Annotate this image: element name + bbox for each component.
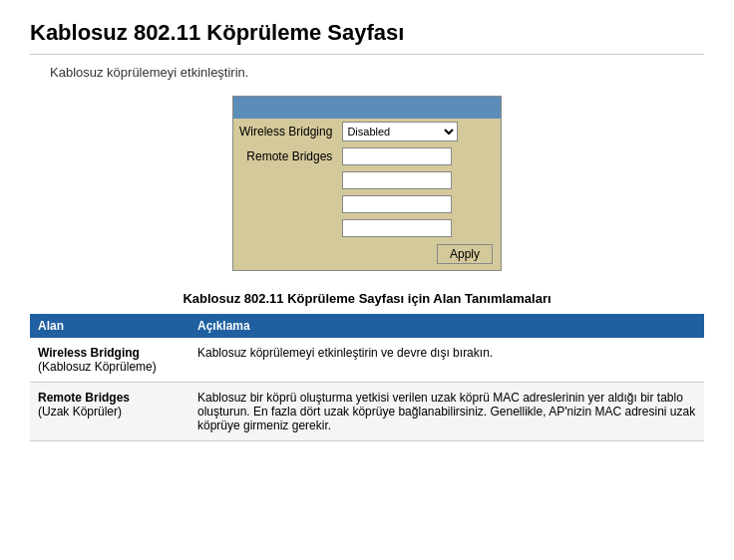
bridging-form: Wireless Bridging Disabled Enabled Remot… (232, 96, 502, 271)
wireless-bridging-row: Wireless Bridging Disabled Enabled (233, 119, 501, 144)
wireless-bridging-cell: Disabled Enabled (338, 119, 501, 144)
definitions-title: Kablosuz 802.11 Köprüleme Sayfası için A… (30, 291, 704, 306)
remote-bridges-row-4 (233, 216, 501, 240)
wireless-bridging-select[interactable]: Disabled Enabled (342, 122, 458, 141)
col-field: Alan (30, 314, 189, 338)
remote-bridge-input-cell-1 (338, 144, 501, 168)
remote-bridges-row-2 (233, 168, 501, 192)
field-description-1: Kablosuz bir köprü oluşturma yetkisi ver… (189, 383, 704, 441)
remote-bridges-label: Remote Bridges (233, 144, 338, 168)
field-name-1: Remote Bridges(Uzak Köprüler) (30, 383, 189, 441)
remote-bridge-input-2[interactable] (342, 171, 452, 189)
field-description-0: Kablosuz köprülemeyi etkinleştirin ve de… (189, 338, 704, 383)
remote-bridges-label-empty-4 (233, 216, 338, 240)
page-subtitle: Kablosuz köprülemeyi etkinleştirin. (50, 65, 704, 80)
remote-bridge-input-4[interactable] (342, 219, 452, 237)
wireless-bridging-label: Wireless Bridging (233, 119, 338, 144)
field-sub-1: (Uzak Köprüler) (38, 405, 182, 419)
remote-bridge-input-cell-2 (338, 168, 501, 192)
remote-bridges-row-1: Remote Bridges (233, 144, 501, 168)
apply-row: Apply (233, 240, 501, 270)
definition-row-0: Wireless Bridging(Kablosuz Köprüleme)Kab… (30, 338, 704, 383)
apply-button[interactable]: Apply (437, 244, 493, 264)
definition-row-1: Remote Bridges(Uzak Köprüler)Kablosuz bi… (30, 383, 704, 441)
form-header (233, 97, 501, 119)
field-sub-0: (Kablosuz Köprüleme) (38, 360, 182, 374)
remote-bridges-label-empty-2 (233, 168, 338, 192)
remote-bridge-input-3[interactable] (342, 195, 452, 213)
form-table: Wireless Bridging Disabled Enabled Remot… (233, 119, 501, 240)
remote-bridge-input-cell-3 (338, 192, 501, 216)
remote-bridges-label-empty-3 (233, 192, 338, 216)
field-name-0: Wireless Bridging(Kablosuz Köprüleme) (30, 338, 189, 383)
col-description: Açıklama (189, 314, 704, 338)
definitions-table: Alan Açıklama Wireless Bridging(Kablosuz… (30, 314, 704, 441)
remote-bridge-input-1[interactable] (342, 147, 452, 165)
page-title: Kablosuz 802.11 Köprüleme Sayfası (30, 20, 704, 55)
remote-bridge-input-cell-4 (338, 216, 501, 240)
definitions-header-row: Alan Açıklama (30, 314, 704, 338)
remote-bridges-row-3 (233, 192, 501, 216)
